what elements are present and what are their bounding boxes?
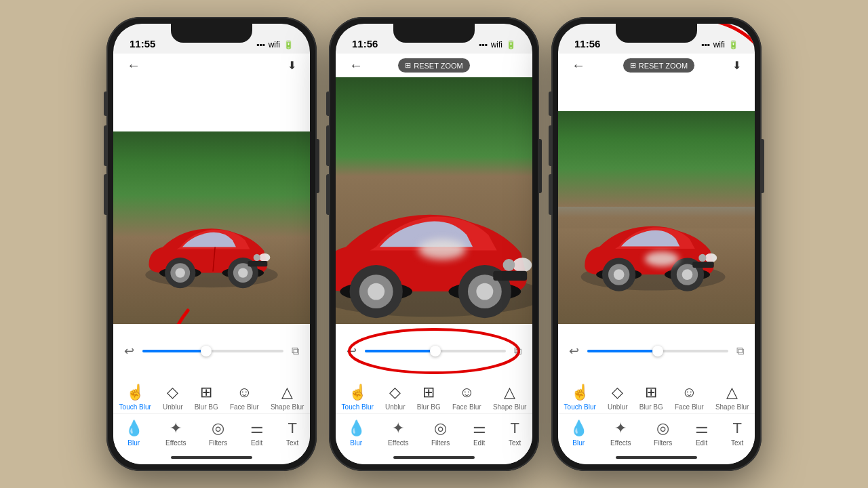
- back-button-3[interactable]: ←: [572, 58, 585, 73]
- home-bar-1: [171, 456, 252, 459]
- blur-bg-label-2: Blur BG: [417, 403, 441, 411]
- reset-zoom-icon-3: ⊞: [630, 61, 636, 70]
- signal-icon-1: ▪▪▪: [256, 40, 265, 49]
- image-area-2: [336, 77, 532, 324]
- wifi-icon-2: wifi: [491, 40, 502, 49]
- effects-tool-2[interactable]: ✦ Effects: [388, 420, 408, 447]
- blur-slider-2: ↩ ⧉: [336, 334, 532, 368]
- power-button[interactable]: [317, 139, 319, 193]
- edit-tool-3[interactable]: ⚌ Edit: [695, 420, 709, 447]
- touch-blur-label-3: Touch Blur: [564, 403, 596, 411]
- text-label-3: Text: [731, 439, 743, 447]
- vol-up-button[interactable]: [104, 125, 106, 166]
- filters-label-1: Filters: [209, 439, 227, 447]
- face-blur-tool-2[interactable]: ☺ Face Blur: [452, 384, 481, 411]
- vol-up-button-3[interactable]: [549, 125, 551, 166]
- filters-icon-1: ◎: [212, 420, 224, 437]
- face-blur-tool-1[interactable]: ☺ Face Blur: [230, 384, 259, 411]
- blur-bg-icon-1: ⊞: [200, 384, 212, 401]
- main-tools-2: 💧 Blur ✦ Effects ◎ Filters ⚌ Edit: [336, 414, 532, 451]
- filters-tool-1[interactable]: ◎ Filters: [209, 420, 227, 447]
- text-tool-2[interactable]: T Text: [509, 420, 521, 447]
- reset-zoom-btn-2[interactable]: ⊞ RESET ZOOM: [398, 58, 470, 73]
- slider-track-3[interactable]: [587, 350, 728, 352]
- slider-thumb-1[interactable]: [201, 346, 212, 357]
- effects-tool-3[interactable]: ✦ Effects: [610, 420, 631, 447]
- svg-rect-24: [493, 270, 527, 280]
- image-area-1: [113, 131, 310, 324]
- shape-blur-tool-2[interactable]: △ Shape Blur: [493, 384, 526, 411]
- back-button-1[interactable]: ←: [127, 58, 140, 73]
- filters-tool-3[interactable]: ◎ Filters: [654, 420, 672, 447]
- slider-area-1: ↩ ⧉: [113, 324, 310, 378]
- car-body-1: [135, 209, 288, 295]
- compare-icon-1[interactable]: ⧉: [292, 345, 299, 357]
- blur-bg-tool-2[interactable]: ⊞ Blur BG: [417, 384, 441, 411]
- text-label-2: Text: [509, 439, 521, 447]
- download-button-1[interactable]: ⬇: [288, 59, 296, 72]
- svg-rect-38: [692, 262, 713, 268]
- home-indicator-1: [113, 451, 310, 464]
- slider-track-2[interactable]: [365, 350, 506, 352]
- blur-tools-3: ☝ Touch Blur ◇ Unblur ⊞ Blur BG ☺ Face B…: [558, 378, 755, 451]
- face-blur-tool-3[interactable]: ☺ Face Blur: [675, 384, 704, 411]
- unblur-tool-2[interactable]: ◇ Unblur: [385, 384, 405, 411]
- vol-down-button-2[interactable]: [326, 174, 329, 215]
- face-blur-icon-1: ☺: [237, 384, 252, 401]
- slider-thumb-2[interactable]: [430, 346, 441, 357]
- blur-main-tool-2[interactable]: 💧 Blur: [347, 420, 366, 447]
- svg-point-39: [698, 254, 706, 262]
- edit-tool-1[interactable]: ⚌ Edit: [250, 420, 264, 447]
- trees-bg-3: [558, 111, 755, 207]
- text-tool-3[interactable]: T Text: [731, 420, 743, 447]
- slider-fill-2: [365, 350, 435, 352]
- slider-thumb-3[interactable]: [652, 346, 663, 357]
- vol-up-button-2[interactable]: [326, 125, 329, 166]
- svg-point-9: [259, 253, 270, 262]
- face-blur-icon-2: ☺: [459, 384, 474, 401]
- text-label-1: Text: [286, 439, 298, 447]
- blur-bg-tool-3[interactable]: ⊞ Blur BG: [639, 384, 663, 411]
- undo-icon-2[interactable]: ↩: [347, 344, 357, 359]
- top-white-3: [558, 77, 755, 111]
- shape-blur-tool-3[interactable]: △ Shape Blur: [715, 384, 749, 411]
- shape-blur-tool-1[interactable]: △ Shape Blur: [271, 384, 304, 411]
- blur-main-tool-1[interactable]: 💧 Blur: [125, 420, 143, 447]
- back-button-2[interactable]: ←: [349, 58, 363, 73]
- unblur-label-1: Unblur: [163, 403, 182, 411]
- undo-icon-1[interactable]: ↩: [124, 344, 134, 359]
- touch-blur-tool-1[interactable]: ☝ Touch Blur: [119, 384, 151, 411]
- shape-blur-label-1: Shape Blur: [271, 403, 304, 411]
- filters-tool-2[interactable]: ◎ Filters: [431, 420, 450, 447]
- compare-icon-2[interactable]: ⧉: [514, 345, 521, 357]
- text-icon-1: T: [288, 420, 296, 437]
- edit-tool-2[interactable]: ⚌ Edit: [473, 420, 486, 447]
- blur-bg-tool-1[interactable]: ⊞ Blur BG: [195, 384, 218, 411]
- power-button-3[interactable]: [762, 139, 764, 193]
- edit-icon-2: ⚌: [473, 420, 486, 437]
- undo-icon-3[interactable]: ↩: [569, 344, 579, 359]
- slider-area-2: ↩ ⧉: [336, 324, 532, 378]
- vol-down-button[interactable]: [104, 174, 106, 215]
- face-blur-label-1: Face Blur: [230, 403, 259, 411]
- reset-zoom-btn-3[interactable]: ⊞ RESET ZOOM: [623, 58, 695, 73]
- blur-main-tool-3[interactable]: 💧 Blur: [570, 420, 588, 447]
- text-icon-3: T: [732, 420, 741, 437]
- touch-blur-tool-2[interactable]: ☝ Touch Blur: [342, 384, 374, 411]
- edit-label-2: Edit: [473, 439, 485, 447]
- slider-track-1[interactable]: [142, 350, 283, 352]
- download-button-3[interactable]: ⬇: [732, 59, 741, 72]
- touch-blur-tool-3[interactable]: ☝ Touch Blur: [564, 384, 596, 411]
- vol-down-button-3[interactable]: [549, 174, 551, 215]
- blur-bg-label-3: Blur BG: [639, 403, 663, 411]
- text-tool-1[interactable]: T Text: [286, 420, 298, 447]
- unblur-tool-1[interactable]: ◇ Unblur: [163, 384, 182, 411]
- unblur-tool-3[interactable]: ◇ Unblur: [608, 384, 627, 411]
- edit-icon-1: ⚌: [250, 420, 264, 437]
- compare-icon-3[interactable]: ⧉: [736, 345, 744, 357]
- effects-tool-1[interactable]: ✦ Effects: [165, 420, 186, 447]
- notch-3: [616, 24, 697, 43]
- power-button-2[interactable]: [539, 139, 542, 193]
- blur-tools-row-1: ☝ Touch Blur ◇ Unblur ⊞ Blur BG ☺ Face B…: [113, 378, 310, 414]
- phone-2: 11:56 ▪▪▪ wifi 🔋 ← ⊞ RESET ZOOM: [329, 17, 539, 471]
